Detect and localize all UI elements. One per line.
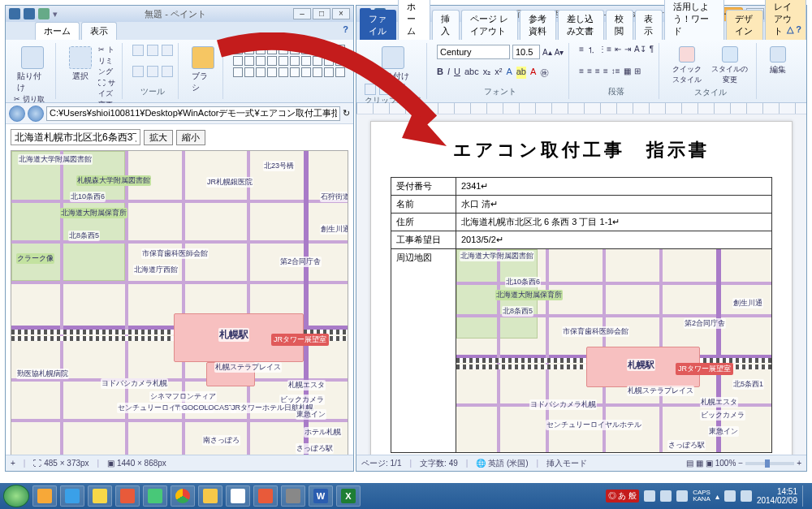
taskbar-excel[interactable]: X xyxy=(336,485,361,507)
tray-expand-icon[interactable]: ▴ xyxy=(715,492,719,501)
tray-icon[interactable] xyxy=(644,490,655,502)
tray-icon[interactable] xyxy=(676,490,688,502)
multilevel-icon[interactable]: ⋮≡ xyxy=(598,45,611,56)
find-button[interactable]: 編集 xyxy=(767,45,789,77)
word-paste-button[interactable]: 貼り付け xyxy=(365,45,421,84)
align-right-icon[interactable]: ≡ xyxy=(595,67,600,75)
row-map-cell[interactable]: 北海道大学附属図書館 北10条西6 北海道大附属保育所 北8条西5 市保育歯科医… xyxy=(456,249,772,453)
superscript-button[interactable]: x² xyxy=(495,67,502,79)
help-icon[interactable]: ? xyxy=(343,24,348,34)
picker-tool-icon[interactable] xyxy=(147,66,158,77)
nav-back-button[interactable] xyxy=(9,106,25,122)
change-styles-button[interactable]: スタイルの 変更 xyxy=(708,45,751,87)
taskbar-explorer[interactable] xyxy=(88,485,112,507)
volume-icon[interactable] xyxy=(741,490,752,502)
ruler[interactable] xyxy=(356,103,806,114)
pencil-tool-icon[interactable] xyxy=(132,45,144,56)
row-date-value[interactable]: 2013/5/2↵ xyxy=(456,231,772,249)
zoom-out-icon[interactable]: − xyxy=(738,459,743,468)
word-document-area[interactable]: エアコン取付工事 指示書 受付番号2341↵ 名前水口 清↵ 住所北海道札幌市北… xyxy=(356,103,806,455)
taskbar-paint[interactable] xyxy=(226,485,250,507)
ime-status[interactable]: ◎ あ 般 xyxy=(606,490,640,503)
qat-save-icon[interactable] xyxy=(24,8,35,19)
zoom-in-icon[interactable]: + xyxy=(797,459,801,468)
font-size-combo[interactable] xyxy=(512,45,540,59)
subscript-button[interactable]: x₂ xyxy=(483,67,491,79)
taskbar-word[interactable]: W xyxy=(309,485,333,507)
justify-icon[interactable]: ≡ xyxy=(603,67,608,75)
grow-font-icon[interactable]: A▴ xyxy=(542,48,552,57)
shrink-font-icon[interactable]: A▾ xyxy=(555,48,564,57)
show-desktop-button[interactable] xyxy=(802,485,809,507)
tab-layout[interactable]: ページ レイアウト xyxy=(461,10,518,40)
minimize-button[interactable]: – xyxy=(293,8,311,19)
url-input[interactable] xyxy=(46,106,340,121)
taskbar-app2[interactable] xyxy=(143,485,167,507)
tab-home[interactable]: ホーム xyxy=(398,0,430,40)
view-read-icon[interactable]: ▦ xyxy=(696,459,703,468)
view-web-icon[interactable]: ▣ xyxy=(706,459,713,468)
zoom-tool-icon[interactable] xyxy=(162,66,173,77)
taskbar-mediaplayer[interactable] xyxy=(32,485,57,507)
align-center-icon[interactable]: ≡ xyxy=(587,67,592,75)
fill-tool-icon[interactable] xyxy=(147,45,158,56)
tab-addin[interactable]: 活用しよう！ワード xyxy=(664,0,725,40)
row-name-value[interactable]: 水口 清↵ xyxy=(456,196,772,214)
status-lang[interactable]: 🌐 英語 (米国) xyxy=(476,458,528,469)
italic-button[interactable]: I xyxy=(447,67,450,79)
tab-ref[interactable]: 参考資料 xyxy=(520,10,556,40)
strike-button[interactable]: abc xyxy=(464,67,479,79)
nav-forward-button[interactable] xyxy=(28,106,44,122)
map-left[interactable]: 北海道大学附属図書館 札幌森大学附属図書館 北10条西6 北8条西5 北海道大附… xyxy=(11,150,348,455)
line-spacing-icon[interactable]: ↕≡ xyxy=(611,67,620,75)
bullets-icon[interactable]: ≡ xyxy=(579,45,584,56)
status-page[interactable]: ページ: 1/1 xyxy=(361,458,401,469)
row-addr-value[interactable]: 北海道札幌市北区北 6 条西 3 丁目 1-1↵ xyxy=(456,214,772,231)
taskbar-outlook[interactable] xyxy=(198,485,222,507)
paste-button[interactable]: 貼り付け xyxy=(14,45,50,95)
font-color-button[interactable]: A xyxy=(530,67,536,79)
maximize-button[interactable]: □ xyxy=(313,8,330,19)
trim-button[interactable]: ✂ トリミング xyxy=(98,45,117,78)
tab-insert[interactable]: 挿入 xyxy=(432,10,460,40)
tab-mail[interactable]: 差し込み文書 xyxy=(558,10,604,40)
brush-button[interactable]: ブラシ xyxy=(188,45,218,95)
zoom-value[interactable]: 100% xyxy=(715,459,736,468)
cut-icon[interactable] xyxy=(365,84,376,95)
show-marks-icon[interactable]: ¶ xyxy=(650,45,654,56)
row-refno-value[interactable]: 2341↵ xyxy=(456,178,772,196)
indent-inc-icon[interactable]: ⇥ xyxy=(624,45,631,56)
taskbar-app1[interactable] xyxy=(115,485,140,507)
clock[interactable]: 14:51 2014/02/09 xyxy=(757,487,797,505)
tab-view[interactable]: 表示 xyxy=(81,22,117,40)
address-input[interactable] xyxy=(11,129,140,145)
zoom-control[interactable]: ▤ ▦ ▣ 100% − + xyxy=(686,459,801,468)
enclose-button[interactable]: ㊑ xyxy=(540,67,549,79)
text-tool-icon[interactable] xyxy=(162,45,173,56)
bold-button[interactable]: B xyxy=(437,67,443,79)
tab-home[interactable]: ホーム xyxy=(35,22,80,40)
shape-icon[interactable] xyxy=(233,45,243,54)
shading-icon[interactable]: ▦ xyxy=(624,67,631,75)
tab-review[interactable]: 校閲 xyxy=(606,10,633,40)
align-left-icon[interactable]: ≡ xyxy=(579,67,584,75)
copy-icon[interactable] xyxy=(379,84,391,95)
tab-file[interactable]: ファイル xyxy=(360,10,396,40)
tab-view[interactable]: 表示 xyxy=(635,10,663,40)
word-help-icon[interactable]: △ ? xyxy=(787,24,801,35)
zoom-in-button[interactable]: 拡大 xyxy=(144,130,173,145)
underline-button[interactable]: U xyxy=(454,67,460,79)
taskbar-app3[interactable] xyxy=(253,485,278,507)
qat-undo-icon[interactable] xyxy=(38,8,50,19)
highlight-button[interactable]: ab xyxy=(516,67,526,79)
taskbar-ie[interactable] xyxy=(60,485,84,507)
status-mode[interactable]: 挿入モード xyxy=(546,458,587,469)
refresh-icon[interactable]: ↻ xyxy=(343,108,350,119)
start-button[interactable] xyxy=(3,485,29,507)
close-button[interactable]: × xyxy=(332,8,350,19)
quick-styles-button[interactable]: クイック スタイル xyxy=(669,45,705,87)
text-effects-button[interactable]: A xyxy=(506,67,512,79)
taskbar-app4[interactable] xyxy=(281,485,305,507)
eraser-tool-icon[interactable] xyxy=(132,66,144,77)
status-words[interactable]: 文字数: 49 xyxy=(420,458,458,469)
